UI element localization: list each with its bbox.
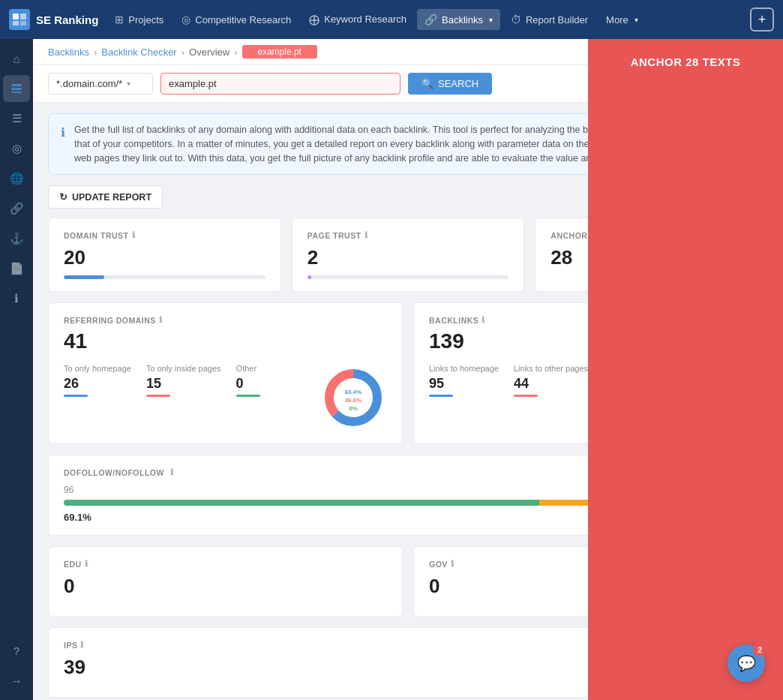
nav-backlinks[interactable]: 🔗 Backlinks ▾	[417, 9, 500, 30]
referring-domains-header: REFERRING DOMAINS ℹ	[64, 315, 387, 325]
url-input[interactable]	[160, 73, 400, 95]
ref-other-stat: Other 0	[236, 364, 260, 397]
svg-rect-0	[13, 14, 19, 20]
nav-projects[interactable]: ⊞ Projects	[107, 9, 171, 30]
svg-rect-9	[11, 92, 22, 93]
domain-filter-select[interactable]: *.domain.com/* ▾	[48, 73, 153, 95]
keyword-icon	[309, 14, 320, 26]
svg-text:0%: 0%	[349, 405, 358, 412]
ref-inside-stat: To only inside pages 15	[146, 364, 221, 397]
breadcrumb-overview: Overview	[189, 47, 230, 58]
domain-trust-card: DOMAIN TRUST ℹ 20	[48, 218, 281, 292]
backlinks-info[interactable]: ℹ	[482, 315, 485, 325]
breadcrumb-sep-3: ›	[234, 47, 237, 58]
report-icon: ⏱	[511, 14, 521, 26]
svg-text:63.4%: 63.4%	[345, 389, 362, 395]
ref-inside-label: To only inside pages	[146, 364, 221, 373]
add-button[interactable]: +	[750, 8, 774, 32]
page-trust-bar-fill	[308, 275, 311, 279]
domain-trust-label: DOMAIN TRUST ℹ	[64, 230, 266, 240]
edu-label: EDU ℹ	[64, 559, 387, 569]
referring-domains-donut: 63.4% 36.6% 0%	[320, 364, 387, 431]
bl-homepage-bar	[429, 395, 453, 397]
bl-other-label: Links to other pages	[514, 364, 588, 373]
nav-report-builder[interactable]: ⏱ Report Builder	[503, 9, 596, 30]
ips-info[interactable]: ℹ	[80, 640, 84, 650]
nav-competitive-research[interactable]: ◎ Competitive Research	[174, 9, 298, 30]
breadcrumb-sep-1: ›	[94, 47, 97, 58]
edu-card: EDU ℹ 0	[48, 546, 403, 617]
sidebar-item-anchor[interactable]: ⚓	[3, 225, 30, 252]
refresh-icon: ↻	[59, 191, 68, 203]
page-trust-card: PAGE TRUST ℹ 2	[292, 218, 525, 292]
info-icon: ℹ	[61, 124, 65, 165]
projects-icon: ⊞	[115, 14, 124, 26]
page-trust-bar	[308, 275, 509, 279]
sidebar-item-list[interactable]: ☰	[3, 105, 30, 132]
bl-homepage-stat: Links to homepage 95	[429, 364, 499, 397]
nav-more[interactable]: More ▾	[598, 10, 646, 30]
svg-rect-8	[11, 88, 22, 90]
svg-rect-3	[20, 21, 26, 26]
slide-panel-title: ANCHOR 28 TEXTS	[603, 54, 768, 70]
nav-keyword-research[interactable]: Keyword Research	[302, 9, 414, 30]
svg-rect-1	[20, 14, 26, 20]
sidebar-item-home[interactable]: ⌂	[3, 45, 30, 72]
breadcrumb-domain-tag: example.pt	[242, 45, 317, 59]
referring-domains-info[interactable]: ℹ	[159, 315, 163, 325]
competitive-icon: ◎	[182, 14, 190, 26]
domain-trust-bar-fill	[64, 275, 104, 279]
bl-homepage-value: 95	[429, 376, 499, 392]
breadcrumb-checker[interactable]: Backlink Checker	[101, 47, 176, 58]
edu-info[interactable]: ℹ	[85, 559, 88, 569]
svg-text:36.6%: 36.6%	[345, 397, 362, 404]
domain-trust-info[interactable]: ℹ	[132, 230, 136, 240]
chat-button[interactable]: 💬 2	[728, 644, 765, 682]
sidebar-item-layers[interactable]	[3, 75, 30, 102]
gov-info[interactable]: ℹ	[451, 559, 454, 569]
ref-inside-bar	[146, 395, 170, 397]
ref-other-label: Other	[236, 364, 260, 373]
update-report-button[interactable]: ↻ UPDATE REPORT	[48, 185, 163, 209]
more-chevron: ▾	[634, 16, 638, 24]
page-trust-value: 2	[308, 246, 509, 269]
svg-rect-2	[13, 21, 19, 26]
slide-panel: ANCHOR 28 TEXTS	[588, 39, 783, 700]
breadcrumb-backlinks[interactable]: Backlinks	[48, 47, 89, 58]
ref-other-value: 0	[236, 376, 260, 392]
top-navigation: SE Ranking ⊞ Projects ◎ Competitive Rese…	[0, 0, 783, 39]
sidebar-item-globe[interactable]: 🌐	[3, 165, 30, 192]
donofollow-info[interactable]: ℹ	[170, 467, 174, 477]
domain-trust-value: 20	[64, 246, 266, 269]
ref-homepage-label: To only homepage	[64, 364, 131, 373]
sidebar-item-file[interactable]: 📄	[3, 255, 30, 282]
search-icon: 🔍	[422, 78, 434, 89]
ref-other-bar	[236, 395, 260, 397]
page-trust-label: PAGE TRUST ℹ	[308, 230, 509, 240]
svg-rect-7	[11, 84, 22, 86]
dofollow-fill	[64, 500, 539, 506]
referring-domains-substats: To only homepage 26 To only inside pages…	[64, 364, 387, 431]
sidebar-item-question[interactable]: ?	[3, 637, 30, 664]
sidebar-item-expand[interactable]: →	[3, 667, 30, 694]
select-chevron: ▾	[127, 80, 130, 88]
sidebar-item-target[interactable]: ◎	[3, 135, 30, 162]
breadcrumb-sep-2: ›	[182, 47, 184, 58]
page-trust-info[interactable]: ℹ	[364, 230, 368, 240]
logo-icon	[9, 9, 30, 30]
referring-domains-card: REFERRING DOMAINS ℹ 41 To only homepage …	[48, 302, 403, 444]
ref-homepage-stat: To only homepage 26	[64, 364, 131, 397]
chat-icon: 💬	[737, 654, 756, 672]
ref-homepage-bar	[64, 395, 88, 397]
sidebar-item-link[interactable]: 🔗	[3, 195, 30, 222]
referring-domains-value: 41	[64, 329, 387, 353]
dropdown-chevron: ▾	[489, 16, 493, 24]
app-logo: SE Ranking	[9, 9, 98, 30]
bl-homepage-label: Links to homepage	[429, 364, 499, 373]
backlinks-icon: 🔗	[424, 14, 437, 26]
sidebar-item-info[interactable]: ℹ	[3, 285, 30, 312]
bl-other-bar	[514, 395, 538, 397]
domain-trust-bar	[64, 275, 266, 279]
edu-value: 0	[64, 575, 387, 598]
search-button[interactable]: 🔍 SEARCH	[408, 73, 492, 95]
